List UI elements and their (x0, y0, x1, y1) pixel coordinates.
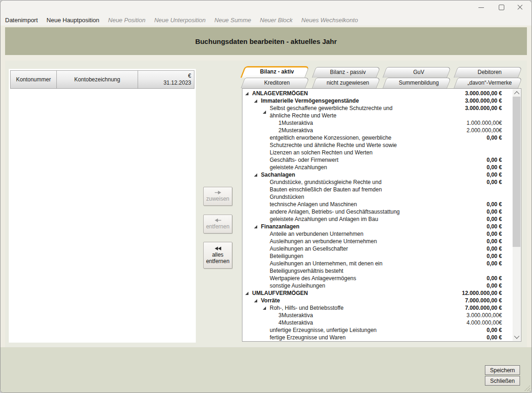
tree-row[interactable]: andere Anlagen, Betriebs- und Geschäftsa… (242, 208, 513, 215)
tree-row[interactable]: Beteiligungen0,00 € (242, 252, 513, 260)
tree-row[interactable]: Ausleihungen an Gesellschafter0,00 € (242, 245, 513, 252)
tree-item-label: 3Musteraktiva (278, 312, 400, 319)
tree-row[interactable]: 1Musteraktiva1.000.000,00€ (242, 119, 513, 127)
tree-item-label: Grundstücke, grundstücksgleiche Rechte u… (270, 178, 400, 201)
tree-row[interactable]: Ausleihungen an Unternehmen, mit denen e… (242, 260, 513, 275)
expanded-triangle-icon (254, 173, 257, 177)
tree-row-lead (254, 171, 261, 178)
tree-row[interactable]: Selbst geschaffene gewerbliche Schutzrec… (242, 104, 513, 119)
tree-row[interactable]: Anteile an verbundenen Unternehmen0,00 € (242, 230, 513, 238)
tab-nicht-zugewiesen[interactable]: nicht zugewiesen (316, 78, 381, 88)
tree-row[interactable]: unfertige Erzeugnisse, unfertige Leistun… (242, 326, 513, 334)
tab-bilanz-passiv[interactable]: Bilanz - passiv (316, 67, 381, 77)
tree-row[interactable]: Wertpapiere des Anlagevermögens0,00 € (242, 275, 513, 282)
accounts-list: Kontonummer Kontobezeichnung € 31.12.202… (9, 69, 196, 343)
tab-debitoren[interactable]: Debitoren (458, 67, 522, 77)
minimize-button[interactable] (473, 0, 489, 14)
tab-label: Kreditoren (245, 78, 309, 88)
tree-item-value: 0,00 € (400, 245, 513, 252)
tree-expander[interactable] (254, 99, 261, 103)
tab-summenbildung[interactable]: Summenbildung (387, 78, 451, 88)
tree-row[interactable]: fertige Erzeugnisse und Waren0,00 € (242, 334, 513, 341)
tree-item-label: Ausleihungen an verbundene Unternehmen (270, 238, 400, 245)
tree-item-value: 0,00 € (400, 326, 513, 334)
tree-item-label: Roh-, Hilfs- und Betriebsstoffe (270, 304, 400, 312)
save-button[interactable]: Speichern (485, 365, 520, 375)
tree-row[interactable]: ANLAGEVERMÖGEN3.000.000,00 € (242, 90, 513, 97)
tree-row[interactable]: Grundstücke, grundstücksgleiche Rechte u… (242, 178, 513, 201)
value-column-date: 31.12.2023 (163, 80, 191, 86)
tree-row-lead (263, 245, 270, 252)
tab-row-1: Bilanz - aktivBilanz - passivGuVDebitore… (239, 67, 522, 78)
close-window-button[interactable]: Schließen (485, 376, 520, 386)
tree-expander[interactable] (245, 92, 252, 95)
tree-item-value: 0,00 € (400, 178, 513, 186)
tree-row[interactable]: 3Musteraktiva3.000.000,00€ (242, 312, 513, 319)
menu-item-neue-hauptposition[interactable]: Neue Hauptposition (47, 17, 99, 24)
tree-row[interactable]: Immaterielle Vermögensgegenstände3.000.0… (242, 97, 513, 104)
menu-item-neue-summe: Neue Summe (214, 17, 251, 24)
tree-row[interactable]: Ausleihungen an verbundene Unternehmen0,… (242, 238, 513, 245)
tree-item-value: 0,00 € (400, 201, 513, 208)
tree-item-value: 0,00 € (400, 334, 513, 341)
tree-row[interactable]: 4Musteraktiva4.000.000,00€ (242, 319, 513, 326)
tree-row[interactable]: Geschäfts- oder Firmenwert0,00 € (242, 156, 513, 164)
tree-row[interactable]: Vorräte7.000.000,00 € (242, 297, 513, 304)
tree-expander[interactable] (254, 173, 261, 177)
tree-row[interactable]: 2Musteraktiva2.000.000,00€ (242, 127, 513, 134)
column-header-kontonummer[interactable]: Kontonummer (10, 70, 56, 89)
bottom-strip (0, 347, 532, 393)
tree-row-lead (263, 104, 270, 119)
tree-row-lead (254, 223, 261, 230)
tree-row[interactable]: Sachanlagen0,00 € (242, 171, 513, 178)
tree-row[interactable]: geleistete Anzahlungen0,00 € (242, 164, 513, 171)
tree-expander[interactable] (245, 292, 252, 295)
tree-row-lead (263, 230, 270, 238)
maximize-icon (499, 5, 504, 10)
tab-label: „davon“-Vermerke (458, 78, 522, 88)
tree-row[interactable]: Roh-, Hilfs- und Betriebsstoffe7.000.000… (242, 304, 513, 312)
tab-kreditoren[interactable]: Kreditoren (245, 78, 309, 88)
tree-item-value: 3.000.000,00 € (400, 90, 513, 97)
remove-button[interactable]: entfernen (203, 215, 232, 233)
remove-all-button[interactable]: alles entfernen (203, 242, 232, 269)
tab-row-2: Kreditorennicht zugewiesenSummenbildung„… (239, 78, 522, 88)
tree-item-label: Finanzanlagen (261, 223, 400, 230)
tab-bilanz-aktiv[interactable]: Bilanz - aktiv (245, 66, 309, 77)
tab-davon-vermerke[interactable]: „davon“-Vermerke (458, 78, 522, 88)
assign-button[interactable]: zuweisen (203, 187, 232, 206)
tree-row-lead (263, 215, 270, 223)
tree-scrollbar[interactable] (513, 89, 520, 341)
assign-button-label: zuweisen (206, 196, 229, 202)
tree-row[interactable]: UMLAUFVERMÖGEN12.000.000,00 € (242, 289, 513, 297)
tree-item-label: geleistete Anzahlungen und Anlagen im Ba… (270, 215, 400, 223)
tree-item-value: 0,00 € (400, 282, 513, 289)
maximize-button[interactable] (494, 0, 509, 14)
tree-row-lead (263, 164, 270, 171)
column-header-value[interactable]: € 31.12.2023 (138, 70, 194, 89)
tree-expander[interactable] (263, 307, 270, 310)
tree-row[interactable]: Finanzanlagen0,00 € (242, 223, 513, 230)
tab-guv[interactable]: GuV (387, 67, 451, 77)
tree-row-lead (245, 90, 252, 97)
tree-row[interactable]: geleistete Anzahlungen und Anlagen im Ba… (242, 215, 513, 223)
close-button[interactable] (512, 0, 528, 14)
tree-item-value: 7.000.000,00 € (400, 297, 513, 304)
tree-expander[interactable] (254, 225, 261, 228)
accounts-table-header: Kontonummer Kontobezeichnung € 31.12.202… (10, 70, 194, 89)
tree-item-label: UMLAUFVERMÖGEN (252, 289, 400, 297)
tree-item-value: 0,00 € (400, 252, 513, 260)
tree-row[interactable]: sonstige Ausleihungen0,00 € (242, 282, 513, 289)
tree-row[interactable]: entgeltlich erworbene Konzessionen, gewe… (242, 134, 513, 156)
tree-item-value: 3.000.000,00€ (400, 312, 513, 319)
scrollbar-up-button[interactable] (513, 89, 520, 97)
column-header-kontobezeichnung[interactable]: Kontobezeichnung (56, 70, 138, 89)
menu-item-datenimport[interactable]: Datenimport (5, 17, 38, 24)
tree-expander[interactable] (254, 299, 261, 302)
tree-row[interactable]: technische Anlagen und Maschinen0,00 € (242, 201, 513, 208)
scrollbar-thumb[interactable] (513, 97, 520, 247)
scrollbar-down-button[interactable] (513, 333, 520, 341)
resize-grip-icon[interactable] (524, 385, 530, 391)
tree-expander[interactable] (263, 111, 270, 114)
tab-label: Bilanz - aktiv (245, 66, 309, 77)
